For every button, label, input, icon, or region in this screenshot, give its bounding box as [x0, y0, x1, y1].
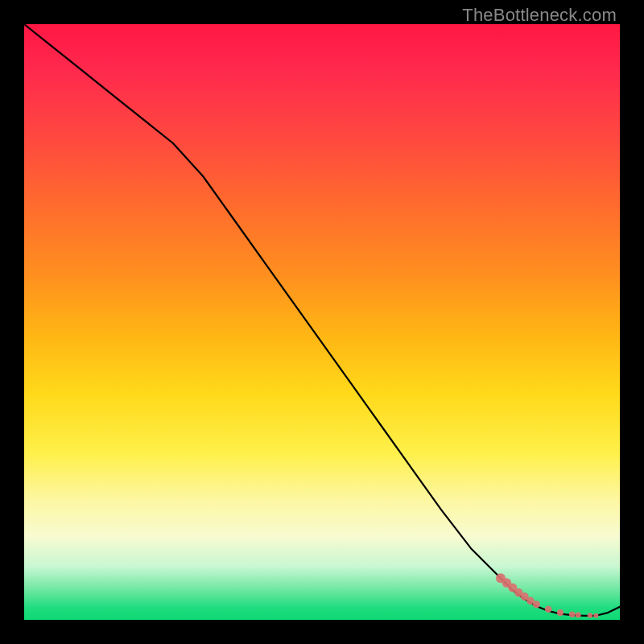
- watermark-text: TheBottleneck.com: [462, 5, 617, 26]
- marker-point: [557, 609, 564, 616]
- marker-point: [588, 613, 593, 618]
- chart-stage: TheBottleneck.com: [0, 0, 644, 644]
- marker-point: [593, 613, 598, 618]
- marker-group: [496, 573, 598, 618]
- marker-point: [576, 613, 581, 618]
- marker-point: [533, 601, 540, 608]
- plot-area: [24, 24, 620, 620]
- main-curve: [24, 24, 620, 616]
- chart-overlay: [24, 24, 620, 620]
- marker-point: [545, 605, 552, 613]
- marker-point: [569, 612, 576, 618]
